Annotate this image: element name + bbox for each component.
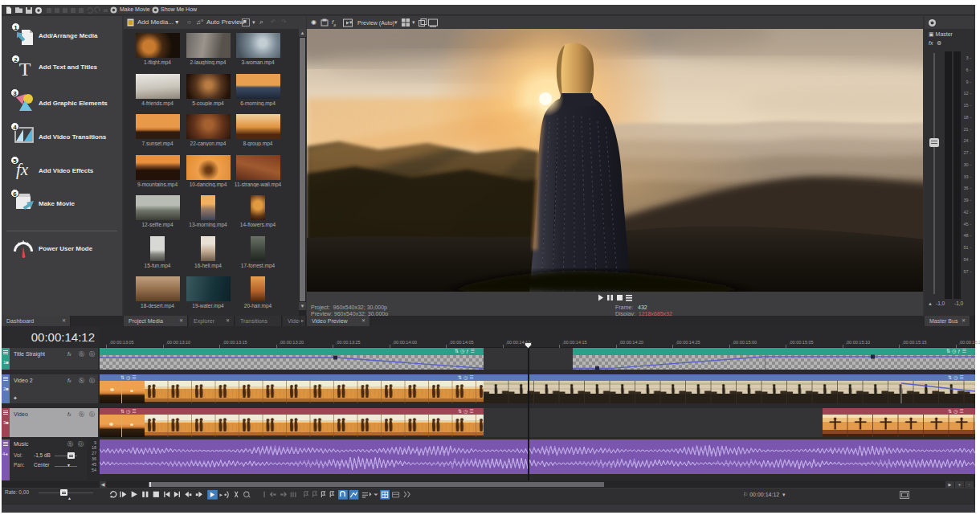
svg-text:T: T (19, 59, 31, 79)
